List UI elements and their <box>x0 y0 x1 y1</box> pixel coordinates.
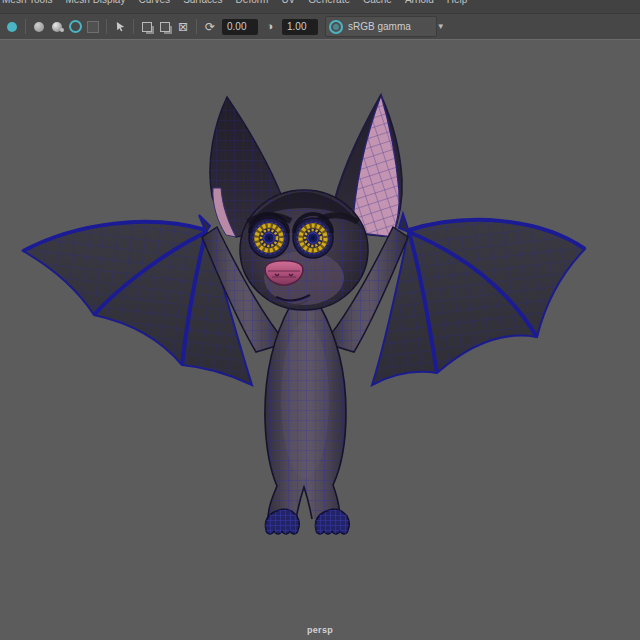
menu-bar-items: Mesh Tools Mesh Display Curves Surfaces … <box>0 0 640 6</box>
exposure-icon[interactable]: ⟳ <box>203 20 217 34</box>
gamma-field[interactable]: 1.00 <box>282 19 318 35</box>
gamma-icon[interactable]: ◑ <box>263 20 277 34</box>
grid-square-icon[interactable] <box>86 20 100 34</box>
toolbar-separator <box>25 19 26 34</box>
select-cursor-icon[interactable] <box>113 20 127 34</box>
toolbar-separator <box>133 19 134 34</box>
menu-mesh-display[interactable]: Mesh Display <box>65 0 125 6</box>
menu-surfaces[interactable]: Surfaces <box>183 0 222 6</box>
menu-cache[interactable]: Cache <box>363 0 392 6</box>
view-transform-label: sRGB gamma <box>348 21 411 32</box>
menu-mesh-tools[interactable]: Mesh Tools <box>2 0 52 6</box>
menu-bar: Mesh Tools Mesh Display Curves Surfaces … <box>0 0 640 13</box>
exposure-field[interactable]: 0.00 <box>222 19 258 35</box>
teal-sphere-icon[interactable] <box>5 20 19 34</box>
menu-help[interactable]: Help <box>447 0 468 6</box>
toolbar-separator <box>106 19 107 34</box>
dropdown-arrow-icon: ▼ <box>435 22 447 31</box>
torso <box>265 306 346 519</box>
panel-toolbar: ⊠ ⟳ 0.00 ◑ 1.00 sRGB gamma ▼ <box>0 13 640 40</box>
view-transform-icon <box>329 20 343 34</box>
menu-curves[interactable]: Curves <box>138 0 170 6</box>
toolbar-separator <box>196 19 197 34</box>
menu-uv[interactable]: UV <box>281 0 295 6</box>
menu-arnold[interactable]: Arnold <box>405 0 434 6</box>
viewport[interactable]: persp <box>0 40 640 640</box>
teal-ring-icon[interactable] <box>68 20 82 34</box>
right-eye <box>293 214 333 258</box>
shaded-sphere-icon[interactable] <box>50 20 64 34</box>
copy-squares-icon[interactable] <box>140 20 154 34</box>
crossed-square-icon[interactable]: ⊠ <box>176 20 190 34</box>
maya-window: Mesh Tools Mesh Display Curves Surfaces … <box>0 0 640 640</box>
camera-name-label: persp <box>0 625 640 635</box>
menu-generate[interactable]: Generate <box>308 0 350 6</box>
copy-squares-alt-icon[interactable] <box>158 20 172 34</box>
viewport-canvas[interactable] <box>0 40 640 640</box>
left-eye <box>249 214 289 258</box>
menu-deform[interactable]: Deform <box>236 0 269 6</box>
gray-sphere-icon[interactable] <box>32 20 46 34</box>
bat-model[interactable] <box>23 95 585 534</box>
view-transform-dropdown[interactable]: sRGB gamma ▼ <box>325 16 437 37</box>
